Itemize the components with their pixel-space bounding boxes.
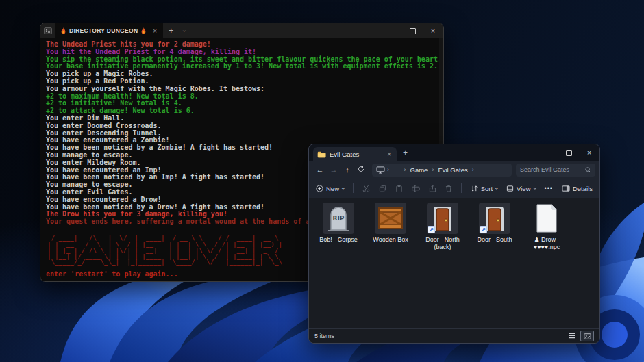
items-count: 5 items <box>314 333 334 339</box>
maximize-icon <box>566 150 572 156</box>
minimize-button[interactable] <box>382 23 402 38</box>
shortcut-arrow-icon: ↗ <box>428 226 435 233</box>
breadcrumb-segment[interactable]: Game <box>408 166 430 174</box>
thumbnail-view-icon <box>584 333 591 339</box>
explorer-caption-buttons: × <box>538 144 599 161</box>
view-toggles <box>565 331 594 341</box>
file-item[interactable]: RIP Bob! - Corpse <box>314 203 362 244</box>
sort-button-label: Sort <box>481 185 493 192</box>
forward-button[interactable]: → <box>327 166 340 174</box>
shortcut-arrow-icon: ↗ <box>480 226 487 233</box>
up-button[interactable]: ↑ <box>340 166 354 174</box>
status-divider <box>340 333 340 339</box>
chevron-down-icon: › <box>340 188 346 190</box>
paste-button[interactable] <box>395 185 403 192</box>
plus-circle-icon <box>316 185 323 192</box>
terminal-tab-close-icon[interactable]: × <box>151 27 158 35</box>
file-list: RIP Bob! - Corpse Wooden Box <box>309 198 599 338</box>
delete-button[interactable] <box>445 185 452 192</box>
search-icon <box>585 167 591 173</box>
maximize-button[interactable] <box>402 23 423 38</box>
file-thumbnail: RIP <box>323 203 354 234</box>
share-icon <box>429 185 436 192</box>
cut-button[interactable] <box>362 185 370 192</box>
close-button[interactable]: × <box>579 144 599 161</box>
close-icon: × <box>587 148 591 157</box>
copy-icon <box>379 185 386 192</box>
svg-text:RIP: RIP <box>333 215 345 222</box>
copy-button[interactable] <box>379 185 386 192</box>
file-name: Bob! - Corpse <box>319 236 358 244</box>
chevron-down-icon: › <box>532 188 538 190</box>
more-options-button[interactable]: ••• <box>545 185 553 192</box>
minimize-icon <box>389 31 395 31</box>
file-name: Door - South <box>477 236 512 244</box>
terminal-tab-dropdown-button[interactable]: › <box>179 23 189 38</box>
details-pane-button[interactable]: Details <box>562 185 593 192</box>
flame-icon <box>140 27 147 35</box>
new-button[interactable]: New › <box>316 185 344 192</box>
close-icon: × <box>431 27 435 35</box>
toolbar-divider <box>353 183 354 193</box>
close-button[interactable]: × <box>423 23 443 38</box>
desktop: DIRECTORY DUNGEON × + › × The Undead Pri… <box>0 0 644 362</box>
explorer-new-tab-button[interactable]: + <box>397 144 414 161</box>
explorer-titlebar[interactable]: Evil Gates × + × <box>309 144 599 161</box>
view-button-label: View <box>517 185 530 192</box>
file-item[interactable]: Wooden Box <box>367 203 414 244</box>
refresh-button[interactable] <box>354 166 368 174</box>
this-pc-icon <box>376 166 385 174</box>
back-button[interactable]: ← <box>313 166 327 174</box>
thumbnail-view-button[interactable] <box>580 331 594 341</box>
file-thumbnail <box>531 203 562 234</box>
explorer-navigation-bar: ← → ↑ › …›Game›Evil Gates› Search Evil G… <box>309 161 599 179</box>
explorer-toolbar: New › Sor <box>309 179 599 198</box>
minimize-button[interactable] <box>538 144 558 161</box>
chevron-right-icon: › <box>472 166 474 173</box>
chevron-right-icon: › <box>432 166 434 173</box>
terminal-caption-buttons: × <box>382 23 443 38</box>
trash-icon <box>445 185 452 192</box>
search-placeholder: Search Evil Gates <box>520 166 582 173</box>
details-pane-icon <box>562 185 570 192</box>
chevron-right-icon: › <box>404 166 406 173</box>
search-box[interactable]: Search Evil Gates <box>516 164 595 177</box>
tombstone-icon: RIP <box>327 205 350 231</box>
terminal-titlebar[interactable]: DIRECTORY DUNGEON × + › × <box>40 23 443 38</box>
file-name: Wooden Box <box>373 236 408 244</box>
file-item[interactable]: ↗ Door - North (back) <box>419 203 467 251</box>
list-view-icon <box>568 333 575 339</box>
terminal-tab-title: DIRECTORY DUNGEON <box>69 27 138 34</box>
file-thumbnail <box>375 203 406 234</box>
paste-icon <box>395 185 403 192</box>
breadcrumb-segment[interactable]: Evil Gates <box>436 166 469 174</box>
terminal-new-tab-button[interactable]: + <box>163 23 179 38</box>
list-view-button[interactable] <box>565 331 578 340</box>
details-button-label: Details <box>573 185 593 192</box>
file-name: Door - North (back) <box>419 236 466 251</box>
maximize-button[interactable] <box>558 144 579 161</box>
rename-button[interactable] <box>412 185 420 192</box>
file-explorer-window: Evil Gates × + × ← → ↑ › …›Game›Evil Gat… <box>308 144 600 344</box>
explorer-tab-title: Evil Gates <box>330 151 380 158</box>
chevron-right-icon: › <box>387 166 389 173</box>
terminal-output-line: You hit the Undead Priest for 4 damage, … <box>46 49 443 56</box>
breadcrumb-segment[interactable]: … <box>391 166 402 174</box>
terminal-tab[interactable]: DIRECTORY DUNGEON × <box>55 23 163 38</box>
sort-button[interactable]: Sort › <box>471 185 497 192</box>
explorer-status-bar: 5 items <box>309 328 599 343</box>
rename-icon <box>412 185 420 192</box>
share-button[interactable] <box>429 185 436 192</box>
breadcrumb[interactable]: › …›Game›Evil Gates› <box>372 164 512 177</box>
file-thumbnail: ↗ <box>479 203 510 234</box>
file-item[interactable]: ↗ Door - South <box>471 203 519 244</box>
explorer-tab-close-icon[interactable]: × <box>386 151 393 158</box>
maximize-icon <box>410 28 416 34</box>
sort-icon <box>471 185 478 192</box>
view-button[interactable]: View › <box>506 185 535 192</box>
file-thumbnail: ↗ <box>427 203 458 234</box>
terminal-app-icon <box>40 23 55 38</box>
file-item[interactable]: ♟ Drow - ♥♥♥♥.npc <box>523 203 571 251</box>
explorer-tab[interactable]: Evil Gates × <box>313 147 397 161</box>
toolbar-divider <box>461 183 462 193</box>
